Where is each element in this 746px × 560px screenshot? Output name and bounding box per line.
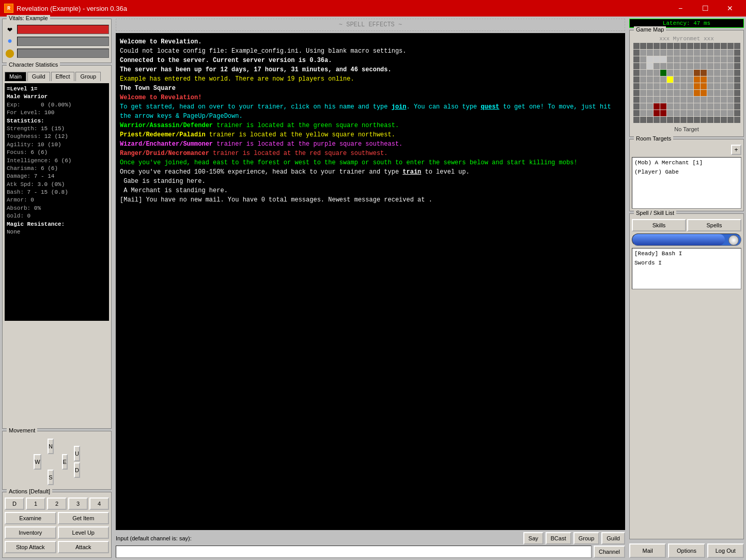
- mp-bar-container: 0 / 0: [17, 37, 109, 46]
- maximize-button[interactable]: ☐: [693, 1, 717, 15]
- tab-guild[interactable]: Guild: [27, 72, 50, 81]
- map-cell: [707, 70, 713, 76]
- guild-button[interactable]: Guild: [601, 532, 625, 545]
- level-up-button[interactable]: Level Up: [58, 526, 110, 539]
- skills-tab-button[interactable]: Skills: [632, 219, 686, 231]
- bcast-button[interactable]: BCast: [546, 532, 571, 545]
- map-cell: [654, 76, 660, 83]
- skill-item-bash[interactable]: [Ready] Bash I: [634, 250, 739, 259]
- room-target-player[interactable]: (Player) Gabe: [634, 168, 739, 177]
- mp-text: 0 / 0: [18, 45, 108, 46]
- stop-attack-button[interactable]: Stop Attack: [5, 541, 56, 553]
- map-cell: [680, 103, 687, 110]
- map-cell: [721, 70, 727, 76]
- skill-item-swords[interactable]: Swords I: [634, 259, 739, 268]
- room-target-mob[interactable]: (Mob) A Merchant [1]: [634, 159, 739, 168]
- map-cell: [707, 90, 713, 96]
- channel-button[interactable]: Channel: [594, 546, 625, 558]
- say-button[interactable]: Say: [523, 532, 543, 545]
- map-cell: [727, 83, 734, 89]
- map-cell: [721, 110, 727, 116]
- map-cell: [727, 43, 734, 49]
- map-cell: [734, 97, 740, 103]
- map-cell: [687, 50, 693, 56]
- hp-icon: ❤: [5, 24, 15, 35]
- spell-skill-title: Spell / Skill List: [634, 210, 676, 216]
- map-cell: [707, 56, 713, 63]
- chat-line-14: Once you've reached 100-150% experience,…: [120, 167, 621, 177]
- map-cell: [640, 103, 646, 110]
- xp-row: ⬤ 0.00%: [5, 48, 109, 58]
- center-panel: ~ SPELL EFFECTS ~ Welcome to Revelation.…: [114, 17, 627, 560]
- tab-group[interactable]: Group: [75, 72, 101, 81]
- move-e-button[interactable]: E: [62, 454, 68, 470]
- map-cell: [701, 90, 707, 96]
- logout-button[interactable]: Log Out: [707, 543, 744, 558]
- spells-tab-button[interactable]: Spells: [687, 219, 741, 231]
- map-cell: [633, 83, 640, 89]
- xp-icon: ⬤: [5, 48, 15, 58]
- map-cell: [714, 63, 720, 69]
- inventory-button[interactable]: Inventory: [5, 526, 56, 539]
- chat-line-5: Example has entered the world. There are…: [120, 74, 621, 84]
- map-cell: [640, 50, 646, 56]
- tab-effect[interactable]: Effect: [51, 72, 75, 81]
- map-cell: [707, 63, 713, 69]
- stat-armor: Armor: 0: [7, 196, 107, 204]
- minimize-button[interactable]: −: [669, 1, 692, 15]
- mail-button[interactable]: Mail: [629, 543, 666, 558]
- move-n-button[interactable]: N: [48, 439, 54, 454]
- map-cell: [674, 110, 680, 116]
- action-3-button[interactable]: 3: [68, 497, 88, 510]
- map-cell: [687, 110, 693, 116]
- move-w-button[interactable]: W: [34, 454, 41, 470]
- skill-slider[interactable]: [632, 234, 741, 246]
- examine-button[interactable]: Examine: [5, 512, 56, 524]
- title-bar: R Revelation (Example) - version 0.36a −…: [0, 0, 746, 17]
- close-button[interactable]: ✕: [718, 1, 742, 15]
- map-cell: [714, 90, 720, 96]
- map-cell: [667, 90, 673, 96]
- map-cell: [667, 110, 673, 116]
- map-cell: [680, 97, 687, 103]
- map-cell: [707, 110, 713, 116]
- options-button[interactable]: Options: [668, 543, 705, 558]
- tab-main[interactable]: Main: [5, 72, 26, 81]
- map-cell: [714, 76, 720, 83]
- action-2-button[interactable]: 2: [47, 497, 67, 510]
- move-s-button[interactable]: S: [48, 470, 53, 485]
- move-d-button[interactable]: D: [74, 462, 80, 478]
- map-cell: [721, 50, 727, 56]
- map-cell: [734, 50, 740, 56]
- chat-line-4: The server has been up for 12 days, 17 h…: [120, 65, 621, 74]
- game-map-title: Game Map: [634, 26, 666, 33]
- map-cell: [654, 43, 660, 49]
- room-targets-add-button[interactable]: +: [731, 145, 741, 155]
- map-cell: [687, 76, 693, 83]
- chat-input[interactable]: [116, 546, 592, 558]
- window-title: Revelation (Example) - version 0.36a: [17, 5, 127, 12]
- action-d-button[interactable]: D: [5, 497, 24, 510]
- map-cell: [647, 117, 653, 123]
- move-u-button[interactable]: U: [74, 446, 80, 461]
- map-cell: [674, 90, 680, 96]
- action-1-button[interactable]: 1: [26, 497, 45, 510]
- map-cell: [654, 56, 660, 63]
- map-cell: [694, 117, 700, 123]
- map-cell: [734, 103, 740, 110]
- map-cell: [701, 70, 707, 76]
- app-icon: R: [4, 4, 13, 13]
- get-item-button[interactable]: Get Item: [58, 512, 110, 524]
- map-cell: [667, 50, 673, 56]
- map-cell: [680, 83, 687, 89]
- map-cell: [721, 103, 727, 110]
- map-cell: [714, 103, 720, 110]
- action-4-button[interactable]: 4: [89, 497, 109, 510]
- map-cell: [660, 110, 666, 116]
- map-cell: [667, 83, 673, 89]
- map-grid: [633, 43, 740, 123]
- group-button[interactable]: Group: [573, 532, 600, 545]
- attack-button[interactable]: Attack: [58, 541, 110, 553]
- left-panel: Vitals: Example ❤ 20 / 20 ● 0 / 0 ⬤: [0, 17, 114, 560]
- map-cell: [694, 76, 700, 83]
